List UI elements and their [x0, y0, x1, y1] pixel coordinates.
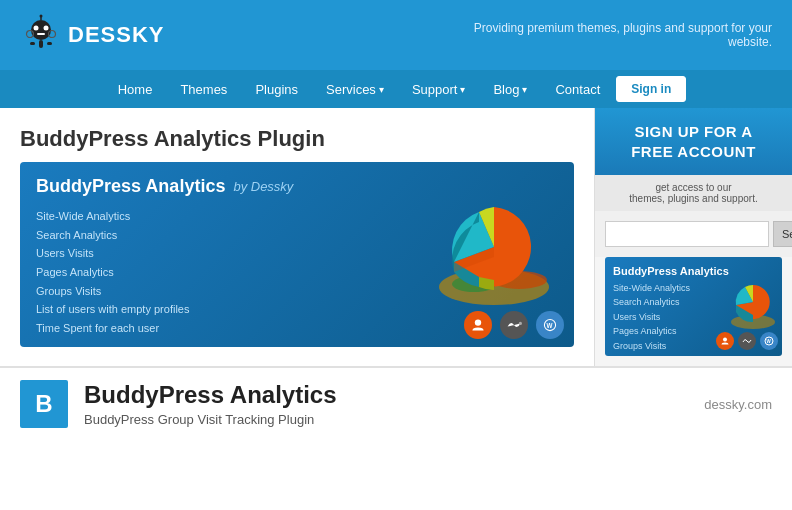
footer-icon-letter: B	[35, 390, 52, 418]
svg-rect-6	[47, 42, 52, 45]
nav-plugins[interactable]: Plugins	[243, 74, 310, 105]
mini-arrow-icon	[738, 332, 756, 350]
mini-buddy-icon	[716, 332, 734, 350]
plugin-banner: BuddyPress Analytics by Dessky Site-Wide…	[20, 162, 574, 347]
wp-icon: W	[536, 311, 564, 339]
footer-plugin-name: BuddyPress Analytics	[84, 381, 688, 410]
main-nav: Home Themes Plugins Services Support Blo…	[0, 70, 792, 108]
banner-by-text: by Dessky	[233, 179, 293, 194]
svg-point-0	[31, 20, 51, 40]
nav-themes[interactable]: Themes	[168, 74, 239, 105]
logo-icon	[20, 14, 62, 56]
footer-plugin-icon: B	[20, 380, 68, 428]
page-footer: B BuddyPress Analytics BuddyPress Group …	[0, 366, 792, 440]
nav-support[interactable]: Support	[400, 74, 478, 105]
signup-line2: FREE ACCOUNT	[631, 143, 756, 160]
mini-pie-chart	[723, 277, 778, 327]
pie-chart	[424, 192, 564, 322]
banner-icons-row: W	[464, 311, 564, 339]
signup-subtext: get access to ourthemes, plugins and sup…	[595, 175, 792, 211]
search-input[interactable]	[605, 221, 769, 247]
mini-feature-6: List of empty profiles	[613, 353, 774, 356]
svg-text:W: W	[547, 322, 553, 329]
footer-text-area: BuddyPress Analytics BuddyPress Group Vi…	[84, 381, 688, 427]
nav-home[interactable]: Home	[106, 74, 165, 105]
buddy-icon	[464, 311, 492, 339]
nav-blog[interactable]: Blog	[481, 74, 539, 105]
svg-point-14	[475, 319, 481, 325]
banner-plugin-name: BuddyPress Analytics	[36, 176, 225, 197]
search-area: Search	[595, 211, 792, 257]
footer-domain: dessky.com	[704, 397, 772, 412]
right-sidebar: SIGN UP FOR A FREE ACCOUNT get access to…	[594, 108, 792, 366]
svg-point-15	[519, 322, 522, 325]
mini-plugin-card: BuddyPress Analytics Site-Wide Analytics…	[605, 257, 782, 356]
svg-point-2	[44, 26, 49, 31]
svg-point-1	[34, 26, 39, 31]
plugin-page-title: BuddyPress Analytics Plugin	[20, 126, 574, 152]
svg-text:W: W	[767, 339, 772, 344]
signin-button[interactable]: Sign in	[616, 76, 686, 102]
svg-point-8	[40, 15, 43, 18]
logo-area[interactable]: DESSKY	[20, 14, 164, 56]
mini-wp-icon: W	[760, 332, 778, 350]
nav-services[interactable]: Services	[314, 74, 396, 105]
svg-rect-5	[30, 42, 35, 45]
site-header: DESSKY Providing premium themes, plugins…	[0, 0, 792, 70]
search-button[interactable]: Search	[773, 221, 792, 247]
mini-card-title: BuddyPress Analytics	[613, 265, 774, 277]
svg-point-19	[723, 338, 727, 342]
main-content: BuddyPress Analytics Plugin BuddyPress A…	[0, 108, 792, 366]
svg-rect-4	[39, 40, 43, 48]
signup-line1: SIGN UP FOR A	[634, 123, 752, 140]
nav-contact[interactable]: Contact	[543, 74, 612, 105]
signup-button[interactable]: SIGN UP FOR A FREE ACCOUNT	[595, 108, 792, 175]
mini-icons-row: W	[716, 332, 778, 350]
svg-rect-3	[37, 33, 45, 35]
left-content: BuddyPress Analytics Plugin BuddyPress A…	[0, 108, 594, 366]
logo-text: DESSKY	[68, 22, 164, 48]
arrow-icon	[500, 311, 528, 339]
header-tagline: Providing premium themes, plugins and su…	[472, 21, 772, 49]
footer-subtitle: BuddyPress Group Visit Tracking Plugin	[84, 412, 688, 427]
